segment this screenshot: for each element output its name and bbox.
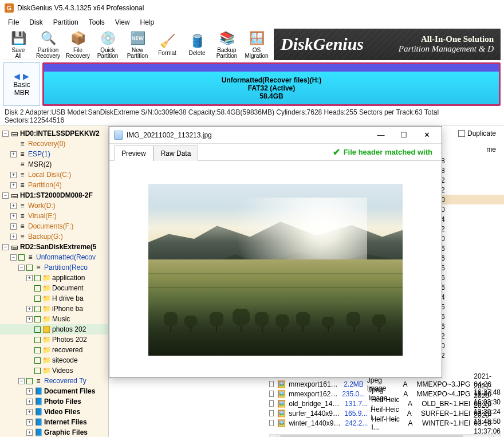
tree-item[interactable]: +📘Graphic Files — [0, 427, 108, 437]
tool-delete[interactable]: 🛢️Delete — [182, 29, 212, 59]
menu-tools[interactable]: Tools — [84, 17, 109, 27]
expand-icon[interactable]: + — [10, 182, 17, 188]
tab-raw-data[interactable]: Raw Data — [153, 145, 199, 161]
expand-icon[interactable]: − — [2, 192, 9, 199]
tree-item[interactable]: +≡Virual(E:) — [0, 211, 108, 221]
file-row[interactable]: 🖼️ winter_1440x960... 242.2... Heif-Heic… — [269, 418, 501, 428]
scroll-right-icon[interactable]: ▶ — [491, 435, 500, 437]
tree-item[interactable]: photos 202 — [0, 324, 108, 334]
checkbox-icon[interactable] — [34, 296, 41, 302]
nav-arrows-icon[interactable]: ◀ ▶ — [14, 72, 30, 81]
expand-icon[interactable]: − — [2, 131, 9, 137]
tab-preview[interactable]: Preview — [114, 145, 153, 161]
checkbox-icon[interactable] — [34, 285, 41, 292]
checkbox-icon[interactable] — [34, 326, 41, 333]
minimize-button[interactable]: — — [371, 128, 391, 142]
checkbox-icon[interactable] — [269, 420, 274, 426]
expand-icon[interactable]: + — [26, 409, 33, 415]
tree-item[interactable]: 📁Photos 202 — [0, 334, 108, 345]
menu-file[interactable]: File — [3, 17, 23, 27]
tree-item[interactable]: +≡Backup(G:) — [0, 231, 108, 242]
checkbox-icon[interactable] — [269, 381, 274, 387]
expand-icon[interactable]: − — [18, 378, 25, 384]
tree-item[interactable]: +📁application — [0, 273, 108, 283]
checkbox-icon[interactable] — [18, 254, 25, 261]
tree-item[interactable]: −≡Unformatted(Recov — [0, 252, 108, 262]
expand-icon[interactable]: + — [26, 399, 33, 405]
checkbox-icon[interactable] — [26, 265, 33, 271]
checkbox-icon[interactable] — [34, 357, 41, 364]
expand-icon[interactable]: − — [10, 254, 17, 261]
checkbox-icon[interactable] — [34, 368, 41, 374]
expand-icon[interactable]: + — [10, 213, 17, 219]
expand-icon[interactable]: + — [10, 223, 17, 230]
menu-view[interactable]: View — [111, 17, 135, 27]
tree-item[interactable]: +≡Partition(4) — [0, 180, 108, 190]
checkbox-icon[interactable] — [26, 378, 33, 384]
tree-item[interactable]: 📁recovered — [0, 345, 108, 355]
menu-partition[interactable]: Partition — [49, 17, 83, 27]
tree-item[interactable]: −≡Partition(Reco — [0, 262, 108, 273]
checkbox-icon[interactable] — [269, 400, 274, 407]
expand-icon[interactable]: − — [2, 244, 9, 250]
checkbox-icon[interactable] — [34, 337, 41, 343]
horizontal-scrollbar[interactable]: ◀ ▶ — [269, 434, 501, 437]
tree-item[interactable]: +≡Documents(F:) — [0, 221, 108, 231]
tree-item[interactable]: +📘Internet Files — [0, 417, 108, 427]
tree-item[interactable]: −≡Recovered Ty — [0, 376, 108, 386]
preview-window[interactable]: IMG_20211002_113213.jpg — ☐ ✕ Preview Ra… — [109, 126, 442, 378]
col-header-time[interactable]: me — [486, 145, 496, 153]
tree-item[interactable]: −🖴RD2:SanDiskExtreme(5 — [0, 242, 108, 252]
checkbox-icon[interactable] — [34, 316, 41, 322]
tree-item[interactable]: +≡Work(D:) — [0, 200, 108, 211]
tree-item[interactable]: 📁Document — [0, 283, 108, 293]
tree-item[interactable]: ≡Recovery(0) — [0, 139, 108, 149]
menu-disk[interactable]: Disk — [25, 17, 47, 27]
tree-item[interactable]: +📘Video Files — [0, 407, 108, 417]
expand-icon[interactable]: + — [26, 430, 33, 436]
preview-titlebar[interactable]: IMG_20211002_113213.jpg — ☐ ✕ — [109, 127, 442, 144]
expand-icon[interactable]: + — [26, 388, 33, 395]
tool-backup-partition[interactable]: 📚BackupPartition — [212, 29, 242, 59]
checkbox-icon[interactable] — [34, 347, 41, 353]
tree-item[interactable]: ≡MSR(2) — [0, 159, 108, 170]
tree-panel[interactable]: −🖴HD0:INTELSSDPEKKW2≡Recovery(0)+≡ESP(1)… — [0, 126, 109, 437]
tree-item[interactable]: 📁Videos — [0, 365, 108, 376]
expand-icon[interactable]: + — [26, 419, 33, 426]
tree-item[interactable]: +📁Music — [0, 314, 108, 324]
checkbox-icon[interactable] — [269, 391, 274, 397]
tree-item[interactable]: +≡ESP(1) — [0, 149, 108, 159]
checkbox-icon[interactable] — [34, 275, 41, 281]
expand-icon[interactable]: − — [18, 265, 25, 271]
scroll-left-icon[interactable]: ◀ — [270, 435, 279, 437]
close-button[interactable]: ✕ — [416, 128, 437, 142]
tool-os-migration[interactable]: 🪟OSMigration — [242, 29, 271, 59]
expand-icon[interactable]: + — [26, 275, 33, 281]
tool-format[interactable]: 🧹Format — [152, 29, 182, 59]
tree-item[interactable]: −🖴HD0:INTELSSDPEKKW2 — [0, 128, 108, 139]
tool-file-recovery[interactable]: 📦FileRecovery — [63, 29, 93, 59]
tool-new-partition[interactable]: 🆕NewPartition — [123, 29, 152, 59]
disk-type-box[interactable]: ◀ ▶ Basic MBR — [3, 62, 40, 106]
checkbox-icon[interactable] — [34, 306, 41, 312]
tree-item[interactable]: +≡Local Disk(C:) — [0, 170, 108, 180]
tree-item[interactable]: +📁iPhone ba — [0, 304, 108, 314]
tool-save-all[interactable]: 💾SaveAll — [3, 29, 33, 59]
tree-item[interactable]: +📘Photo Files — [0, 396, 108, 407]
expand-icon[interactable]: + — [10, 172, 17, 178]
expand-icon[interactable]: + — [10, 203, 17, 209]
tool-quick-partition[interactable]: 💿QuickPartition — [93, 29, 123, 59]
expand-icon[interactable]: + — [10, 151, 17, 158]
checkbox-icon[interactable] — [269, 410, 274, 416]
maximize-button[interactable]: ☐ — [393, 128, 414, 142]
tree-item[interactable]: −🖴HD1:ST2000DM008-2F — [0, 190, 108, 200]
tree-item[interactable]: 📁sitecode — [0, 355, 108, 365]
menu-help[interactable]: Help — [136, 17, 159, 27]
expand-icon[interactable]: + — [10, 234, 17, 240]
tool-partition-recovery[interactable]: 🔍PartitionRecovery — [33, 29, 63, 59]
duplicate-checkbox[interactable]: Duplicate — [458, 129, 496, 137]
expand-icon[interactable]: + — [26, 306, 33, 312]
expand-icon[interactable]: + — [26, 316, 33, 322]
disk-bar[interactable]: Unformatted(Recover files)(H:) FAT32 (Ac… — [42, 62, 501, 106]
tree-item[interactable]: +📘Document Files — [0, 386, 108, 396]
